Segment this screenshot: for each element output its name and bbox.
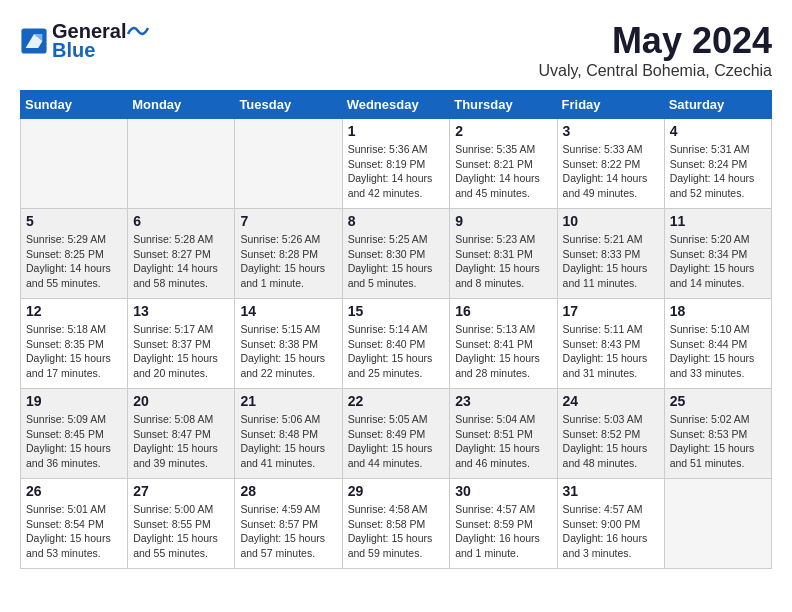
day-number: 4: [670, 123, 766, 139]
day-info: Sunrise: 5:05 AMSunset: 8:49 PMDaylight:…: [348, 412, 445, 471]
day-number: 17: [563, 303, 659, 319]
day-info: Sunrise: 5:04 AMSunset: 8:51 PMDaylight:…: [455, 412, 551, 471]
day-info: Sunrise: 5:13 AMSunset: 8:41 PMDaylight:…: [455, 322, 551, 381]
calendar-day-cell: 17Sunrise: 5:11 AMSunset: 8:43 PMDayligh…: [557, 299, 664, 389]
calendar-day-cell: 16Sunrise: 5:13 AMSunset: 8:41 PMDayligh…: [450, 299, 557, 389]
day-number: 24: [563, 393, 659, 409]
day-info: Sunrise: 5:29 AMSunset: 8:25 PMDaylight:…: [26, 232, 122, 291]
day-number: 20: [133, 393, 229, 409]
day-info: Sunrise: 5:01 AMSunset: 8:54 PMDaylight:…: [26, 502, 122, 561]
calendar-week-row: 1Sunrise: 5:36 AMSunset: 8:19 PMDaylight…: [21, 119, 772, 209]
day-info: Sunrise: 5:28 AMSunset: 8:27 PMDaylight:…: [133, 232, 229, 291]
day-info: Sunrise: 5:35 AMSunset: 8:21 PMDaylight:…: [455, 142, 551, 201]
day-info: Sunrise: 4:59 AMSunset: 8:57 PMDaylight:…: [240, 502, 336, 561]
calendar-day-cell: 29Sunrise: 4:58 AMSunset: 8:58 PMDayligh…: [342, 479, 450, 569]
day-info: Sunrise: 5:21 AMSunset: 8:33 PMDaylight:…: [563, 232, 659, 291]
day-number: 18: [670, 303, 766, 319]
day-info: Sunrise: 4:57 AMSunset: 8:59 PMDaylight:…: [455, 502, 551, 561]
calendar-day-cell: 26Sunrise: 5:01 AMSunset: 8:54 PMDayligh…: [21, 479, 128, 569]
day-number: 16: [455, 303, 551, 319]
day-info: Sunrise: 4:57 AMSunset: 9:00 PMDaylight:…: [563, 502, 659, 561]
logo-icon: [20, 27, 48, 55]
day-number: 23: [455, 393, 551, 409]
calendar-day-cell: 19Sunrise: 5:09 AMSunset: 8:45 PMDayligh…: [21, 389, 128, 479]
day-number: 11: [670, 213, 766, 229]
calendar-day-cell: 2Sunrise: 5:35 AMSunset: 8:21 PMDaylight…: [450, 119, 557, 209]
day-info: Sunrise: 5:03 AMSunset: 8:52 PMDaylight:…: [563, 412, 659, 471]
weekday-header-friday: Friday: [557, 91, 664, 119]
calendar-day-cell: 9Sunrise: 5:23 AMSunset: 8:31 PMDaylight…: [450, 209, 557, 299]
calendar-day-cell: 1Sunrise: 5:36 AMSunset: 8:19 PMDaylight…: [342, 119, 450, 209]
calendar-day-cell: 7Sunrise: 5:26 AMSunset: 8:28 PMDaylight…: [235, 209, 342, 299]
calendar-day-cell: 14Sunrise: 5:15 AMSunset: 8:38 PMDayligh…: [235, 299, 342, 389]
day-number: 19: [26, 393, 122, 409]
day-number: 13: [133, 303, 229, 319]
calendar-day-cell: 31Sunrise: 4:57 AMSunset: 9:00 PMDayligh…: [557, 479, 664, 569]
page-header: General Blue May 2024 Uvaly, Central Boh…: [20, 20, 772, 80]
day-info: Sunrise: 5:02 AMSunset: 8:53 PMDaylight:…: [670, 412, 766, 471]
day-info: Sunrise: 5:33 AMSunset: 8:22 PMDaylight:…: [563, 142, 659, 201]
calendar-day-cell: 30Sunrise: 4:57 AMSunset: 8:59 PMDayligh…: [450, 479, 557, 569]
weekday-header-thursday: Thursday: [450, 91, 557, 119]
day-number: 29: [348, 483, 445, 499]
logo: General Blue: [20, 20, 150, 62]
day-info: Sunrise: 5:14 AMSunset: 8:40 PMDaylight:…: [348, 322, 445, 381]
calendar-day-cell: 28Sunrise: 4:59 AMSunset: 8:57 PMDayligh…: [235, 479, 342, 569]
day-number: 2: [455, 123, 551, 139]
day-info: Sunrise: 5:23 AMSunset: 8:31 PMDaylight:…: [455, 232, 551, 291]
day-number: 6: [133, 213, 229, 229]
day-number: 8: [348, 213, 445, 229]
calendar-day-cell: 11Sunrise: 5:20 AMSunset: 8:34 PMDayligh…: [664, 209, 771, 299]
day-number: 15: [348, 303, 445, 319]
calendar-day-cell: [664, 479, 771, 569]
day-info: Sunrise: 5:06 AMSunset: 8:48 PMDaylight:…: [240, 412, 336, 471]
day-number: 25: [670, 393, 766, 409]
calendar-day-cell: 3Sunrise: 5:33 AMSunset: 8:22 PMDaylight…: [557, 119, 664, 209]
title-block: May 2024 Uvaly, Central Bohemia, Czechia: [538, 20, 772, 80]
day-info: Sunrise: 5:00 AMSunset: 8:55 PMDaylight:…: [133, 502, 229, 561]
day-number: 14: [240, 303, 336, 319]
month-title: May 2024: [538, 20, 772, 62]
day-number: 9: [455, 213, 551, 229]
day-info: Sunrise: 5:25 AMSunset: 8:30 PMDaylight:…: [348, 232, 445, 291]
calendar-day-cell: 25Sunrise: 5:02 AMSunset: 8:53 PMDayligh…: [664, 389, 771, 479]
calendar-day-cell: 4Sunrise: 5:31 AMSunset: 8:24 PMDaylight…: [664, 119, 771, 209]
calendar-day-cell: 12Sunrise: 5:18 AMSunset: 8:35 PMDayligh…: [21, 299, 128, 389]
day-number: 10: [563, 213, 659, 229]
day-number: 31: [563, 483, 659, 499]
day-info: Sunrise: 5:11 AMSunset: 8:43 PMDaylight:…: [563, 322, 659, 381]
calendar-week-row: 12Sunrise: 5:18 AMSunset: 8:35 PMDayligh…: [21, 299, 772, 389]
weekday-header-sunday: Sunday: [21, 91, 128, 119]
day-number: 3: [563, 123, 659, 139]
weekday-header-row: SundayMondayTuesdayWednesdayThursdayFrid…: [21, 91, 772, 119]
day-number: 5: [26, 213, 122, 229]
calendar-week-row: 5Sunrise: 5:29 AMSunset: 8:25 PMDaylight…: [21, 209, 772, 299]
calendar-day-cell: 23Sunrise: 5:04 AMSunset: 8:51 PMDayligh…: [450, 389, 557, 479]
calendar-day-cell: [235, 119, 342, 209]
day-info: Sunrise: 5:26 AMSunset: 8:28 PMDaylight:…: [240, 232, 336, 291]
weekday-header-saturday: Saturday: [664, 91, 771, 119]
calendar-day-cell: 13Sunrise: 5:17 AMSunset: 8:37 PMDayligh…: [128, 299, 235, 389]
day-info: Sunrise: 5:31 AMSunset: 8:24 PMDaylight:…: [670, 142, 766, 201]
calendar-day-cell: [128, 119, 235, 209]
calendar-week-row: 19Sunrise: 5:09 AMSunset: 8:45 PMDayligh…: [21, 389, 772, 479]
calendar-day-cell: 27Sunrise: 5:00 AMSunset: 8:55 PMDayligh…: [128, 479, 235, 569]
calendar-week-row: 26Sunrise: 5:01 AMSunset: 8:54 PMDayligh…: [21, 479, 772, 569]
day-number: 7: [240, 213, 336, 229]
calendar-day-cell: 20Sunrise: 5:08 AMSunset: 8:47 PMDayligh…: [128, 389, 235, 479]
calendar-day-cell: 24Sunrise: 5:03 AMSunset: 8:52 PMDayligh…: [557, 389, 664, 479]
logo-wave-icon: [127, 24, 149, 38]
day-number: 21: [240, 393, 336, 409]
calendar-day-cell: 6Sunrise: 5:28 AMSunset: 8:27 PMDaylight…: [128, 209, 235, 299]
weekday-header-wednesday: Wednesday: [342, 91, 450, 119]
calendar-day-cell: 15Sunrise: 5:14 AMSunset: 8:40 PMDayligh…: [342, 299, 450, 389]
calendar-day-cell: 5Sunrise: 5:29 AMSunset: 8:25 PMDaylight…: [21, 209, 128, 299]
day-number: 30: [455, 483, 551, 499]
day-info: Sunrise: 5:09 AMSunset: 8:45 PMDaylight:…: [26, 412, 122, 471]
calendar-day-cell: 10Sunrise: 5:21 AMSunset: 8:33 PMDayligh…: [557, 209, 664, 299]
day-number: 26: [26, 483, 122, 499]
day-info: Sunrise: 5:17 AMSunset: 8:37 PMDaylight:…: [133, 322, 229, 381]
day-info: Sunrise: 5:15 AMSunset: 8:38 PMDaylight:…: [240, 322, 336, 381]
day-number: 27: [133, 483, 229, 499]
location: Uvaly, Central Bohemia, Czechia: [538, 62, 772, 80]
